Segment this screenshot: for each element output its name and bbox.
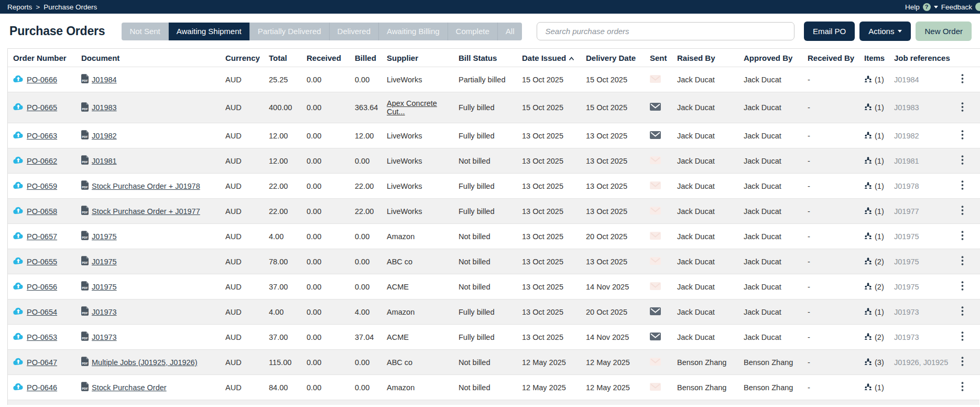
document-link[interactable]: Multiple Jobs (J01925, J01926) [92,358,198,367]
actions-button[interactable]: Actions [859,22,911,41]
row-menu-kebab-icon[interactable] [961,206,964,217]
order-number-link[interactable]: PO-0658 [27,207,57,216]
order-number-link[interactable]: PO-0657 [27,232,57,241]
col-received[interactable]: Received [301,49,350,67]
col-delivery-date[interactable]: Delivery Date [581,49,645,67]
items-count: (2) [875,283,884,291]
document-link[interactable]: J01973 [92,308,117,316]
col-raised-by[interactable]: Raised By [672,49,738,67]
filter-awaiting-shipment[interactable]: Awaiting Shipment [169,23,250,40]
col-items[interactable]: Items [859,49,889,67]
currency-cell: AUD [220,274,264,299]
delivery-date-cell: 15 Oct 2025 [581,92,645,123]
filter-delivered[interactable]: Delivered [330,23,379,40]
col-order-number[interactable]: Order Number [8,49,76,67]
filter-partially-delivered[interactable]: Partially Delivered [250,23,330,40]
col-supplier[interactable]: Supplier [382,49,453,67]
col-bill-status[interactable]: Bill Status [453,49,517,67]
document-link[interactable]: J01981 [92,157,117,165]
breadcrumb-separator: > [36,3,40,11]
document-link[interactable]: J01975 [92,232,117,241]
document-link[interactable]: J01975 [92,283,117,291]
items-count: (1) [875,207,884,216]
items-group-icon [864,103,872,112]
filter-all[interactable]: All [498,23,522,40]
col-sent[interactable]: Sent [645,49,672,67]
document-link[interactable]: J01983 [92,103,117,112]
sent-envelope-icon [650,157,661,166]
delivery-date-cell: 13 Oct 2025 [581,199,645,224]
row-menu-kebab-icon[interactable] [961,281,964,292]
email-po-button[interactable]: Email PO [804,22,855,41]
items-group-icon [864,383,872,392]
chevron-down-icon[interactable] [934,6,938,8]
document-link[interactable]: J01973 [92,333,117,341]
col-currency[interactable]: Currency [220,49,264,67]
feedback-icon[interactable] [975,3,980,11]
row-menu-kebab-icon[interactable] [961,231,964,242]
document-link[interactable]: Stock Purchase Order [92,383,167,392]
document-link[interactable]: J01984 [92,76,117,84]
search-input[interactable] [537,22,794,40]
cloud-upload-icon [13,103,24,112]
job-references-cell: J01982 [889,123,956,148]
bill-status-cell: Fully billed [453,299,517,325]
col-received-by[interactable]: Received By [802,49,859,67]
order-number-link[interactable]: PO-0659 [27,182,57,190]
pdf-document-icon: PDF [81,130,89,141]
col-document[interactable]: Document [76,49,220,67]
breadcrumb-reports[interactable]: Reports [7,3,32,11]
document-link[interactable]: J01982 [92,132,117,140]
order-number-link[interactable]: PO-0647 [27,358,57,367]
order-number-link[interactable]: PO-0646 [27,383,57,392]
filter-complete[interactable]: Complete [448,23,498,40]
order-number-link[interactable]: PO-0662 [27,157,57,165]
items-count: (1) [875,103,884,112]
items-group-icon [864,132,872,140]
col-approved-by[interactable]: Approved By [738,49,802,67]
row-menu-kebab-icon[interactable] [961,306,964,317]
order-number-link[interactable]: PO-0653 [27,333,57,341]
filter-awaiting-billing[interactable]: Awaiting Billing [379,23,448,40]
row-menu-kebab-icon[interactable] [961,74,964,85]
document-link[interactable]: J01975 [92,258,117,266]
order-number-link[interactable]: PO-0666 [27,76,57,84]
order-number-link[interactable]: PO-0654 [27,308,57,316]
order-number-link[interactable]: PO-0665 [27,103,57,112]
order-number-link[interactable]: PO-0663 [27,132,57,140]
row-menu-kebab-icon[interactable] [961,382,964,393]
order-number-link[interactable]: PO-0655 [27,258,57,266]
document-link[interactable]: Stock Purchase Order + J01977 [92,207,200,216]
help-question-icon[interactable]: ? [923,3,931,11]
job-references-cell: J01973 [889,299,956,325]
billed-cell: 0.00 [350,350,382,375]
row-menu-kebab-icon[interactable] [961,256,964,267]
new-order-button[interactable]: New Order [916,22,972,41]
row-menu-kebab-icon[interactable] [961,130,964,141]
approved-by-cell: Benson Zhang [738,350,802,375]
col-date-issued[interactable]: Date Issued [517,49,581,67]
received-by-cell: - [802,375,859,400]
help-link[interactable]: Help [905,3,920,11]
approved-by-cell: Benson Zhang [738,375,802,400]
row-menu-kebab-icon[interactable] [961,331,964,342]
svg-text:PDF: PDF [82,261,88,264]
supplier-cell: ACME [382,325,453,350]
raised-by-cell: Benson Zhang [672,375,738,400]
col-job-references[interactable]: Job references [889,49,956,67]
row-menu-kebab-icon[interactable] [961,155,964,166]
feedback-link[interactable]: Feedback [941,3,972,11]
col-total[interactable]: Total [264,49,301,67]
document-link[interactable]: Stock Purchase Order + J01978 [92,182,200,190]
breadcrumb: Reports > Purchase Orders [7,3,97,11]
billed-cell: 22.00 [350,174,382,199]
col-billed[interactable]: Billed [350,49,382,67]
filter-not-sent[interactable]: Not Sent [122,23,168,40]
cloud-upload-icon [13,383,24,392]
order-number-link[interactable]: PO-0656 [27,283,57,291]
delivery-date-cell: 15 Oct 2025 [581,67,645,92]
row-menu-kebab-icon[interactable] [961,102,964,113]
svg-text:PDF: PDF [82,362,88,365]
row-menu-kebab-icon[interactable] [961,180,964,191]
row-menu-kebab-icon[interactable] [961,357,964,368]
